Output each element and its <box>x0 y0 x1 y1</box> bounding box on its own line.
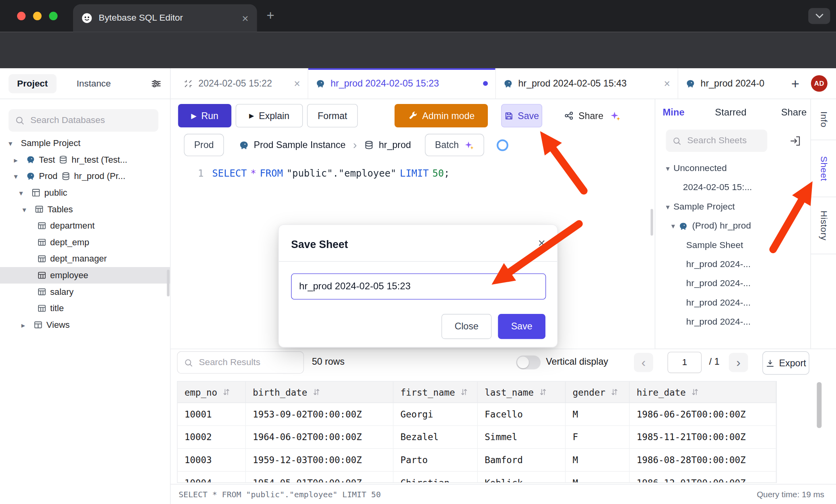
admin-mode-button[interactable]: Admin mode <box>395 104 488 127</box>
sheet-group-sample-project[interactable]: ▾ Sample Project <box>655 197 811 216</box>
sheet-item[interactable]: hr_prod 2024-... <box>655 274 811 293</box>
tab-close-icon[interactable]: × <box>242 13 248 24</box>
tab-search-button[interactable] <box>808 8 830 24</box>
tree-item-test[interactable]: ▸ Test hr_test (Test... <box>0 151 170 168</box>
sheet-group-unconnected[interactable]: ▾ Unconnected <box>655 159 811 178</box>
vertical-display-toggle[interactable] <box>516 356 541 369</box>
editor-tab-4[interactable]: hr_prod 2024-0 <box>678 68 784 99</box>
export-button[interactable]: Export <box>763 351 809 375</box>
window-close-button[interactable] <box>17 12 25 20</box>
sql-identifier: "public"."employee" <box>287 167 397 179</box>
table-header-cell[interactable]: last_name <box>478 382 566 403</box>
sheet-item[interactable]: hr_prod 2024-... <box>655 255 811 274</box>
expander-icon[interactable]: ▾ <box>22 205 31 213</box>
expander-icon[interactable]: ▾ <box>671 222 675 230</box>
expander-icon[interactable]: ▾ <box>666 165 670 172</box>
next-page-button[interactable]: › <box>729 353 748 372</box>
expander-icon[interactable]: ▾ <box>8 139 17 147</box>
column-label: emp_no <box>185 387 217 397</box>
table-header-cell[interactable]: first_name <box>393 382 478 403</box>
sheet-name-input[interactable] <box>291 273 546 300</box>
side-tab-history[interactable]: History <box>811 197 836 254</box>
sheet-item[interactable]: 2024-02-05 15:... <box>655 178 811 197</box>
sheet-search[interactable] <box>666 129 767 152</box>
results-scrollbar[interactable] <box>817 382 822 428</box>
sort-icon <box>313 388 321 396</box>
sheet-item[interactable]: hr_prod 2024-... <box>655 312 811 331</box>
tree-item-employee[interactable]: employee <box>0 267 170 284</box>
dialog-title: Save Sheet <box>291 238 348 250</box>
table-header-cell[interactable]: gender <box>566 382 630 403</box>
table-cell: 10002 <box>177 426 246 449</box>
tree-item-sample-project[interactable]: ▾ Sample Project <box>0 135 170 152</box>
editor-tab-label: hr_prod 2024-02-05 15:23 <box>331 78 439 89</box>
table-header-cell[interactable]: emp_no <box>177 382 246 403</box>
expander-icon[interactable]: ▾ <box>19 189 27 197</box>
side-tab-info[interactable]: Info <box>811 99 836 140</box>
database-search[interactable] <box>8 109 158 131</box>
explain-button[interactable]: ▶ Explain <box>236 104 303 127</box>
prev-page-button[interactable]: ‹ <box>634 353 653 372</box>
dialog-close-button[interactable]: Close <box>441 314 491 339</box>
panel-resize-handle[interactable] <box>651 209 653 235</box>
tab-close-icon[interactable]: × <box>289 78 300 89</box>
sheet-tab-starred[interactable]: Starred <box>715 107 746 118</box>
postgres-icon <box>679 221 688 231</box>
instance-name[interactable]: Prod Sample Instance <box>254 139 345 150</box>
results-search[interactable] <box>177 351 304 373</box>
table-cell: Simmel <box>478 426 566 449</box>
tree-item-dept-emp[interactable]: dept_emp <box>0 234 170 251</box>
tree-item-views[interactable]: ▸ Views <box>0 317 170 333</box>
tree-item-title[interactable]: title <box>0 300 170 317</box>
expander-icon[interactable]: ▸ <box>14 156 22 164</box>
sheet-tab-mine[interactable]: Mine <box>663 107 684 118</box>
database-search-input[interactable] <box>29 115 152 127</box>
editor-tab-3[interactable]: hr_prod 2024-02-05 15:43 × <box>496 68 678 99</box>
save-button[interactable]: Save <box>501 104 542 127</box>
tree-item-prod[interactable]: ▾ Prod hr_prod (Pr... <box>0 168 170 185</box>
tab-instance[interactable]: Instance <box>68 74 119 93</box>
dialog-save-button[interactable]: Save <box>498 314 545 339</box>
window-zoom-button[interactable] <box>49 12 58 20</box>
editor-tab-active[interactable]: hr_prod 2024-02-05 15:23 <box>308 68 496 99</box>
expander-icon[interactable]: ▾ <box>14 172 22 180</box>
batch-button[interactable]: Batch <box>425 134 484 156</box>
new-tab-button[interactable]: + <box>267 8 275 22</box>
sidebar-resize-handle[interactable] <box>167 270 170 296</box>
tree-item-salary[interactable]: salary <box>0 284 170 300</box>
sheet-item-sample-sheet[interactable]: Sample Sheet ⋯ <box>655 236 811 255</box>
tree-item-tables[interactable]: ▾ Tables <box>0 201 170 217</box>
tab-close-icon[interactable]: × <box>659 78 670 89</box>
filter-sliders-icon[interactable] <box>151 78 162 89</box>
format-button[interactable]: Format <box>307 104 358 127</box>
new-query-tab-button[interactable]: + <box>791 77 799 90</box>
sheet-connection[interactable]: ▾ (Prod) hr_prod <box>655 216 811 235</box>
dialog-close-icon[interactable]: × <box>538 237 545 249</box>
side-tab-sheet[interactable]: Sheet <box>811 140 836 197</box>
environment-chip[interactable]: Prod <box>184 134 224 156</box>
sheet-item[interactable]: hr_prod 2024-... <box>655 293 811 312</box>
browser-tab[interactable]: Bytebase SQL Editor × <box>73 4 257 32</box>
share-button[interactable]: Share <box>561 104 624 127</box>
tree-item-public[interactable]: ▾ public <box>0 185 170 201</box>
tree-item-department[interactable]: department <box>0 217 170 234</box>
database-name[interactable]: hr_prod <box>379 139 411 150</box>
import-sheet-icon[interactable] <box>790 135 801 146</box>
results-search-input[interactable] <box>198 357 297 369</box>
tree-item-dept-manager[interactable]: dept_manager <box>0 250 170 267</box>
explain-label: Explain <box>259 110 289 121</box>
expander-icon[interactable]: ▾ <box>666 203 670 211</box>
user-avatar[interactable]: AD <box>811 75 828 92</box>
sheet-tab-share[interactable]: Share <box>781 107 807 118</box>
editor-tab-unconnected[interactable]: 2024-02-05 15:22 × <box>176 68 308 99</box>
table-header-cell[interactable]: hire_date <box>630 382 776 403</box>
sheet-search-input[interactable] <box>686 135 761 147</box>
connection-status-icon[interactable] <box>496 139 509 152</box>
page-input[interactable] <box>668 352 702 373</box>
run-button[interactable]: ▶ Run <box>178 104 231 127</box>
sheet-item-label: 2024-02-05 15:... <box>683 182 752 193</box>
expander-icon[interactable]: ▸ <box>21 321 30 329</box>
window-minimize-button[interactable] <box>33 12 41 20</box>
tab-project[interactable]: Project <box>8 74 56 93</box>
table-header-cell[interactable]: birth_date <box>246 382 393 403</box>
